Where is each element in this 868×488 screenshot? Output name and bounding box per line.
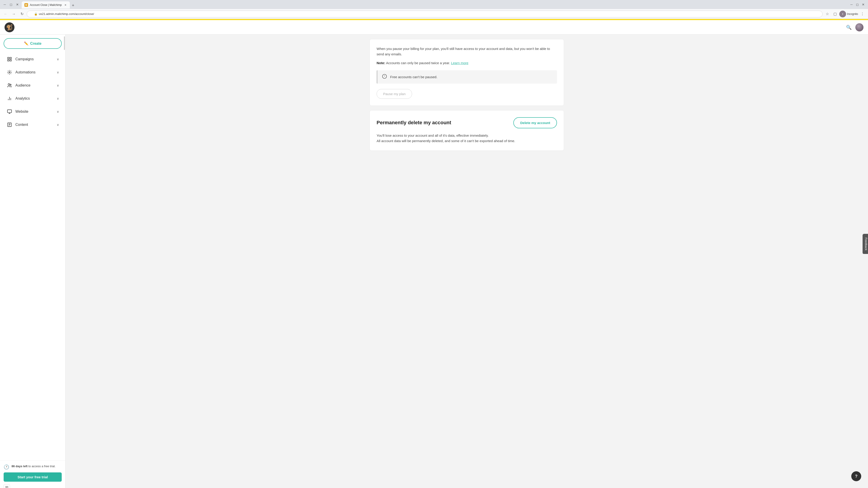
pause-plan-button[interactable]: Pause my plan	[377, 89, 412, 99]
browser-titlebar: ─ ◻ ✕ M Account Close | Mailchimp ✕ + ─ …	[0, 0, 868, 9]
delete-account-button[interactable]: Delete my account	[513, 117, 557, 128]
svg-rect-3	[10, 60, 11, 61]
window-minimize-button[interactable]: ─	[849, 2, 854, 7]
minimize-button[interactable]: ─	[2, 2, 7, 7]
header-search-button[interactable]: 🔍	[846, 25, 852, 30]
sidebar-item-website[interactable]: Website ∨	[2, 105, 64, 118]
sidebar-scrollbar	[64, 35, 65, 488]
incognito-label: Incognito	[847, 12, 858, 15]
svg-rect-0	[8, 57, 9, 59]
delete-desc-line2: All account data will be permanently del…	[377, 138, 557, 144]
toolbar-actions: ☆ ▢ I Incognito ⋮	[824, 11, 866, 18]
sidebar-nav: Campaigns ∨ Automations ∨ Audience ∨	[0, 53, 65, 131]
automations-label: Automations	[16, 70, 54, 74]
svg-rect-2	[8, 60, 9, 61]
info-circle-icon	[382, 74, 387, 80]
create-label: Create	[30, 41, 41, 46]
tab-bar: M Account Close | Mailchimp ✕ +	[22, 0, 845, 8]
info-text: Free accounts can't be paused.	[390, 75, 437, 79]
profile-button[interactable]: I	[839, 11, 846, 18]
tab-close-button[interactable]: ✕	[64, 3, 67, 7]
main-content: When you pause your billing for your pla…	[66, 35, 868, 488]
svg-point-5	[8, 84, 10, 85]
analytics-icon	[6, 95, 13, 102]
pause-description: When you pause your billing for your pla…	[377, 46, 557, 57]
reload-button[interactable]: ↻	[19, 11, 25, 18]
svg-point-6	[10, 84, 11, 86]
app-layout: ✏️ Create Campaigns ∨ Automations ∨	[0, 35, 868, 488]
window-restore-button[interactable]: ◻	[855, 2, 860, 7]
feedback-tab[interactable]: Feedback	[863, 234, 868, 254]
content-wrapper: When you pause your billing for your pla…	[365, 35, 568, 155]
bookmark-button[interactable]: ☆	[824, 11, 831, 18]
sidebar-bottom: 🕐 86 days left to access a free trial. S…	[0, 460, 65, 488]
clock-icon: 🕐	[4, 464, 9, 470]
trial-text: 86 days left to access a free trial.	[11, 464, 55, 468]
header-right: 🔍	[846, 23, 864, 31]
start-trial-button[interactable]: Start your free trial	[4, 473, 62, 482]
help-button[interactable]: ?	[851, 471, 861, 481]
audience-icon	[6, 82, 13, 89]
app-header: 🐒 🔍	[0, 20, 868, 35]
info-banner: Free accounts can't be paused.	[377, 70, 557, 84]
sidebar-item-automations[interactable]: Automations ∨	[2, 66, 64, 78]
url-text: us21.admin.mailchimp.com/account/close/	[39, 12, 94, 15]
create-button[interactable]: ✏️ Create	[4, 38, 62, 49]
svg-rect-17	[6, 486, 6, 488]
user-avatar[interactable]	[855, 23, 864, 31]
svg-rect-1	[10, 57, 11, 59]
trial-info: 🕐 86 days left to access a free trial.	[4, 464, 62, 470]
sidebar: ✏️ Create Campaigns ∨ Automations ∨	[0, 35, 66, 488]
pause-billing-section: When you pause your billing for your pla…	[370, 39, 564, 106]
new-tab-button[interactable]: +	[70, 2, 76, 8]
automations-chevron: ∨	[57, 70, 59, 74]
maximize-button[interactable]: ◻	[8, 2, 13, 7]
note-body: Accounts can only be paused twice a year…	[385, 61, 450, 65]
note-text: Note: Accounts can only be paused twice …	[377, 61, 557, 66]
website-label: Website	[16, 109, 54, 113]
sidebar-item-analytics[interactable]: Analytics ∨	[2, 92, 64, 105]
sidebar-item-audience[interactable]: Audience ∨	[2, 79, 64, 92]
lock-icon: 🔒	[34, 12, 37, 15]
close-window-button[interactable]: ✕	[15, 2, 20, 7]
analytics-label: Analytics	[16, 96, 54, 101]
trial-days: 86 days left	[11, 464, 28, 468]
menu-button[interactable]: ⋮	[859, 11, 866, 18]
tab-title: Account Close | Mailchimp	[30, 3, 62, 6]
analytics-chevron: ∨	[57, 97, 59, 100]
browser-chrome: ─ ◻ ✕ M Account Close | Mailchimp ✕ + ─ …	[0, 0, 868, 19]
content-icon	[6, 122, 13, 128]
delete-description: You'll lose access to your account and a…	[377, 133, 557, 144]
content-label: Content	[16, 123, 54, 127]
profile-window-button[interactable]: ▢	[832, 11, 838, 18]
learn-more-link[interactable]: Learn more	[451, 61, 468, 65]
svg-point-4	[9, 72, 10, 73]
header-left: 🐒	[4, 22, 14, 32]
campaigns-label: Campaigns	[16, 57, 54, 61]
audience-chevron: ∨	[57, 84, 59, 87]
svg-rect-18	[7, 486, 8, 488]
svg-rect-10	[7, 110, 11, 113]
note-prefix: Note:	[377, 61, 385, 65]
automations-icon	[6, 69, 13, 75]
sidebar-item-content[interactable]: Content ∨	[2, 119, 64, 131]
browser-controls: ─ ◻ ✕	[2, 2, 20, 7]
sidebar-item-campaigns[interactable]: Campaigns ∨	[2, 53, 64, 66]
back-button[interactable]: ←	[2, 11, 9, 18]
website-icon	[6, 108, 13, 115]
sidebar-collapse-button[interactable]	[4, 484, 10, 488]
window-close-button[interactable]: ✕	[861, 2, 866, 7]
forward-button[interactable]: →	[10, 11, 17, 18]
content-chevron: ∨	[57, 123, 59, 127]
active-tab[interactable]: M Account Close | Mailchimp ✕	[22, 1, 70, 8]
website-chevron: ∨	[57, 110, 59, 113]
address-bar[interactable]: 🔒 us21.admin.mailchimp.com/account/close…	[27, 11, 823, 18]
trial-description: to access a free trial.	[28, 464, 56, 468]
delete-title: Permanently delete my account	[377, 120, 451, 126]
campaigns-chevron: ∨	[57, 57, 59, 61]
delete-account-section: Permanently delete my account Delete my …	[370, 110, 564, 151]
audience-label: Audience	[16, 84, 54, 88]
tab-favicon: M	[24, 3, 28, 7]
delete-desc-line1: You'll lose access to your account and a…	[377, 133, 557, 138]
delete-header: Permanently delete my account Delete my …	[377, 117, 557, 128]
